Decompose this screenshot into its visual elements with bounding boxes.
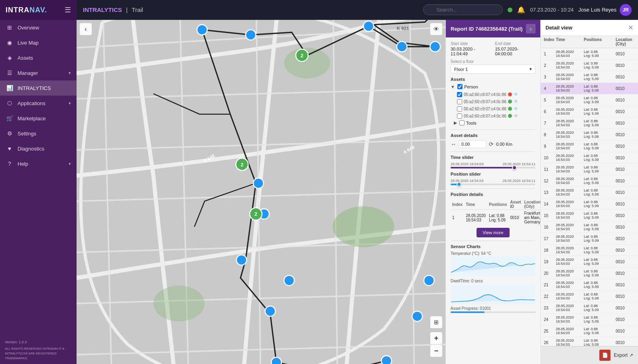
tools-checkbox[interactable] (459, 120, 465, 125)
map-eye-button[interactable]: 👁 (430, 23, 442, 35)
notifications-icon[interactable]: 🔔 (517, 6, 525, 14)
nav-arrow-applications: ▾ (69, 101, 71, 106)
asset-eye-icon-0[interactable]: 👁 (514, 92, 518, 97)
detail-row[interactable]: 14 28.05.2020 16:54:03 Lat: 0.88 Lng: 5.… (541, 198, 638, 210)
map-pin-12[interactable] (265, 306, 276, 316)
map-pin-8[interactable] (253, 178, 264, 188)
detail-row[interactable]: 23 28.05.2020 16:54:03 Lat: 0.88 Lng: 5.… (541, 302, 638, 314)
sidebar-item-help[interactable]: ? Help ▾ (0, 156, 77, 171)
detail-row[interactable]: 5 28.05.2020 16:54:03 Lat: 0.88 Lng: 5.0… (541, 94, 638, 106)
asset-checkbox-2[interactable] (457, 106, 462, 112)
detail-row[interactable]: 1 28.05.2020 16:54:03 Lat: 0.88 Lng: 5.0… (541, 48, 638, 60)
detail-row[interactable]: 22 28.05.2020 16:54:03 Lat: 0.88 Lng: 5.… (541, 291, 638, 302)
time-slider-track[interactable] (451, 167, 536, 168)
sidebar-item-manager[interactable]: ☰ Manager ▾ (0, 65, 77, 80)
divider-1 (451, 129, 536, 130)
detail-row[interactable]: 16 28.05.2020 16:54:03 Lat: 0.88 Lng: 5.… (541, 221, 638, 233)
map-pin-1[interactable] (197, 25, 207, 35)
hamburger-icon[interactable]: ☰ (65, 6, 71, 14)
position-slider-track[interactable] (451, 184, 536, 185)
row-index: 1 (544, 52, 556, 56)
svg-point-16 (284, 275, 294, 286)
row-time: 28.05.2020 16:54:03 (556, 84, 584, 92)
asset-eye-icon-3[interactable]: 👁 (514, 113, 518, 119)
asset-eye-icon-1[interactable]: 👁 (514, 99, 518, 104)
sidebar-item-intralytics[interactable]: 📊 INTRALYTICS (0, 80, 77, 96)
detail-row[interactable]: 3 28.05.2020 16:54:03 Lat: 0.88 Lng: 5.0… (541, 71, 638, 83)
detail-row[interactable]: 17 28.05.2020 16:54:03 Lat: 0.88 Lng: 5.… (541, 233, 638, 245)
map-layer-button[interactable]: ⊞ (430, 316, 442, 328)
map-zoom-in-button[interactable]: + (430, 332, 442, 344)
asset-checkbox-1[interactable] (457, 99, 462, 104)
detail-row[interactable]: 9 28.05.2020 16:54:03 Lat: 0.88 Lng: 5.0… (541, 141, 638, 152)
tools-expand-icon[interactable]: ▶ (454, 120, 457, 125)
asset-expand-icon[interactable]: ▼ (451, 84, 455, 89)
time-slider-thumb[interactable] (512, 165, 517, 170)
sidebar-item-livemap[interactable]: ◉ Live Map (0, 35, 77, 50)
map-zoom-out-button[interactable]: − (430, 345, 442, 357)
sidebar-item-assets[interactable]: ◈ Assets (0, 50, 77, 65)
report-content: Start date 30.03.2020 - 11:04:49 End dat… (446, 37, 540, 364)
detail-row[interactable]: 20 28.05.2020 16:54:03 Lat: 0.88 Lng: 5.… (541, 268, 638, 279)
row-time: 28.05.2020 16:54:03 (556, 292, 584, 300)
export-button[interactable]: Export ↗ (614, 352, 633, 358)
map-back-button[interactable]: ‹ (80, 23, 92, 35)
asset-checkbox-0[interactable] (457, 92, 462, 97)
detail-row[interactable]: 15 28.05.2020 16:54:03 Lat: 0.88 Lng: 5.… (541, 210, 638, 221)
asset-eye-icon-2[interactable]: 👁 (514, 106, 518, 112)
user-info[interactable]: Jose Luis Reyes JR (579, 4, 632, 16)
map-pin-17[interactable] (412, 311, 422, 321)
detail-row[interactable]: 6 28.05.2020 16:54:03 Lat: 0.88 Lng: 5.0… (541, 106, 638, 117)
detail-row[interactable]: 21 28.05.2020 16:54:03 Lat: 0.88 Lng: 5.… (541, 279, 638, 291)
sidebar-item-overview[interactable]: ⊞ Overview (0, 20, 77, 35)
map-green-pin-1[interactable]: 2 (296, 49, 308, 62)
distance-input[interactable] (459, 140, 486, 148)
detail-row[interactable]: 10 28.05.2020 16:54:03 Lat: 0.88 Lng: 5.… (541, 152, 638, 164)
map-pin-16[interactable] (381, 356, 392, 364)
detail-row[interactable]: 19 28.05.2020 16:54:03 Lat: 0.88 Lng: 5.… (541, 256, 638, 268)
sidebar-item-applications[interactable]: ⬡ Applications ▾ (0, 96, 77, 111)
nav-icon-marketplace: 🛒 (6, 114, 14, 122)
detail-row[interactable]: 24 28.05.2020 16:54:03 Lat: 0.88 Lng: 5.… (541, 314, 638, 325)
map-pin-5[interactable] (430, 41, 440, 52)
detail-row[interactable]: 11 28.05.2020 16:54:03 Lat: 0.88 Lng: 5.… (541, 164, 638, 175)
row-positions: Lat: 0.88 Lng: 5.09 (584, 188, 616, 196)
view-more-button[interactable]: View more (477, 228, 510, 237)
asset-id-2: 05:a2:60:c9:07:c4:0c:86 (464, 107, 506, 111)
detail-row[interactable]: 13 28.05.2020 16:54:03 Lat: 0.88 Lng: 5.… (541, 187, 638, 198)
asset-color-dot-2 (508, 107, 512, 111)
detail-row[interactable]: 7 28.05.2020 16:54:03 Lat: 0.88 Lng: 5.0… (541, 117, 638, 129)
detail-row[interactable]: 26 28.05.2020 16:54:03 Lat: 0.88 Lng: 5.… (541, 337, 638, 346)
map-pin-2[interactable] (246, 30, 256, 40)
map-green-pin-2[interactable]: 2 (236, 158, 248, 170)
temperature-chart (451, 256, 536, 276)
floor-selector[interactable]: Floor 1 ▾ (451, 65, 536, 74)
detail-row[interactable]: 8 28.05.2020 16:54:03 Lat: 0.88 Lng: 5.0… (541, 129, 638, 141)
map-pin-15[interactable] (271, 357, 282, 364)
detail-row[interactable]: 4 28.05.2020 16:54:03 Lat: 0.88 Lng: 5.0… (541, 83, 638, 94)
sidebar-item-marketplace[interactable]: 🛒 Marketplace (0, 111, 77, 126)
map-pin-4[interactable] (397, 41, 407, 52)
detail-row[interactable]: 18 28.05.2020 16:54:03 Lat: 0.88 Lng: 5.… (541, 245, 638, 256)
sidebar-item-diagnostics[interactable]: ♥ Diagnostics (0, 141, 77, 156)
detail-row[interactable]: 2 28.05.2020 16:54:03 Lat: 0.88 Lng: 5.0… (541, 60, 638, 71)
map-green-pin-3[interactable]: 2 (250, 208, 262, 220)
detail-close-button[interactable]: ✕ (628, 24, 633, 31)
report-next-button[interactable]: › (526, 24, 536, 33)
position-slider-thumb[interactable] (457, 182, 461, 187)
export-icon-button[interactable]: 📄 (599, 350, 610, 361)
map-pin-13[interactable] (284, 275, 294, 286)
detail-row[interactable]: 12 28.05.2020 16:54:03 Lat: 0.88 Lng: 5.… (541, 175, 638, 187)
map-pin-3[interactable] (363, 21, 374, 31)
row-index: 5 (544, 98, 556, 102)
map-pin-11[interactable] (424, 275, 434, 286)
map-pin-14[interactable] (236, 255, 247, 265)
detail-row[interactable]: 25 28.05.2020 16:54:03 Lat: 0.88 Lng: 5.… (541, 325, 638, 337)
detail-table-header: Index Time Positions Location (City) (541, 36, 638, 48)
person-checkbox[interactable] (457, 84, 463, 89)
search-input[interactable] (423, 4, 503, 15)
sidebar-item-settings[interactable]: ⚙ Settings (0, 126, 77, 141)
asset-checkbox-3[interactable] (457, 114, 462, 119)
row-index: 12 (544, 179, 556, 183)
row-location: 0010 (616, 283, 638, 287)
